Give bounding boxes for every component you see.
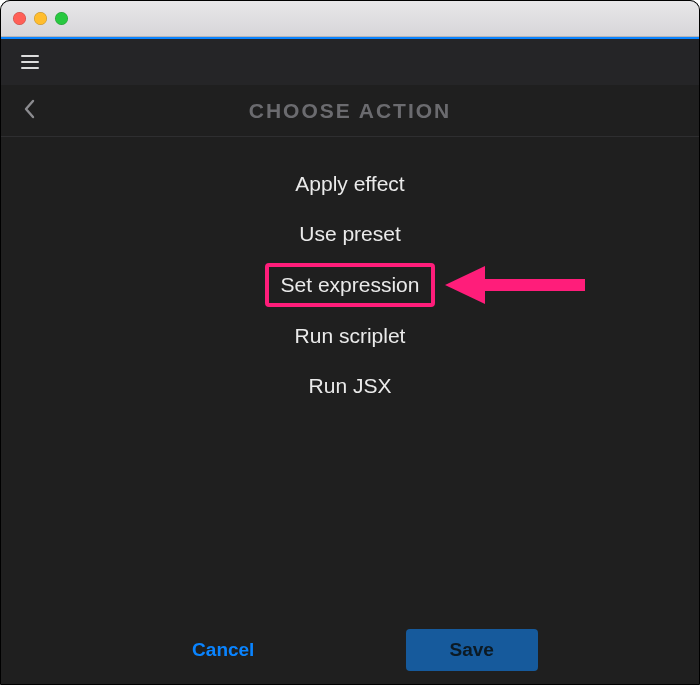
page-title: CHOOSE ACTION xyxy=(249,99,452,123)
mac-titlebar xyxy=(1,1,699,37)
svg-marker-1 xyxy=(445,266,485,304)
action-use-preset[interactable]: Use preset xyxy=(285,213,415,255)
action-list: Apply effect Use preset Set expression R… xyxy=(1,137,699,624)
save-label: Save xyxy=(450,639,494,660)
save-button[interactable]: Save xyxy=(406,629,538,671)
action-run-scriplet[interactable]: Run scriplet xyxy=(281,315,420,357)
footer-bar: Cancel Save xyxy=(1,624,699,684)
action-apply-effect[interactable]: Apply effect xyxy=(281,163,418,205)
action-label: Run scriplet xyxy=(295,324,406,347)
action-set-expression[interactable]: Set expression xyxy=(265,263,436,307)
zoom-window-button[interactable] xyxy=(55,12,68,25)
app-window: CHOOSE ACTION Apply effect Use preset Se… xyxy=(0,0,700,685)
cancel-label: Cancel xyxy=(192,639,254,660)
app-toolbar xyxy=(1,39,699,85)
hamburger-menu-icon[interactable] xyxy=(19,51,41,73)
cancel-button[interactable]: Cancel xyxy=(162,629,284,671)
action-label: Apply effect xyxy=(295,172,404,195)
action-run-jsx[interactable]: Run JSX xyxy=(295,365,406,407)
action-label: Use preset xyxy=(299,222,401,245)
minimize-window-button[interactable] xyxy=(34,12,47,25)
page-header: CHOOSE ACTION xyxy=(1,85,699,137)
annotation-arrow-icon xyxy=(445,260,585,310)
action-label: Run JSX xyxy=(309,374,392,397)
close-window-button[interactable] xyxy=(13,12,26,25)
action-label: Set expression xyxy=(281,273,420,296)
chevron-left-icon xyxy=(23,99,35,119)
back-button[interactable] xyxy=(23,99,35,123)
